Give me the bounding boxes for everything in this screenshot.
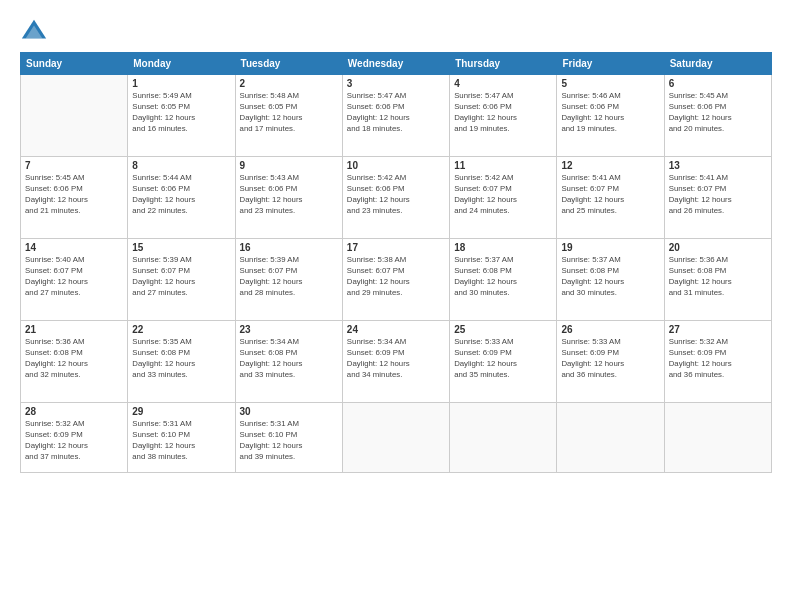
day-number: 1 bbox=[132, 78, 230, 89]
day-info: Sunrise: 5:33 AMSunset: 6:09 PMDaylight:… bbox=[454, 337, 552, 381]
calendar-header-thursday: Thursday bbox=[450, 53, 557, 75]
day-info: Sunrise: 5:34 AMSunset: 6:09 PMDaylight:… bbox=[347, 337, 445, 381]
day-info: Sunrise: 5:44 AMSunset: 6:06 PMDaylight:… bbox=[132, 173, 230, 217]
day-number: 16 bbox=[240, 242, 338, 253]
day-info: Sunrise: 5:41 AMSunset: 6:07 PMDaylight:… bbox=[561, 173, 659, 217]
day-number: 28 bbox=[25, 406, 123, 417]
day-info: Sunrise: 5:42 AMSunset: 6:06 PMDaylight:… bbox=[347, 173, 445, 217]
calendar-cell bbox=[664, 403, 771, 473]
day-info: Sunrise: 5:39 AMSunset: 6:07 PMDaylight:… bbox=[132, 255, 230, 299]
day-number: 18 bbox=[454, 242, 552, 253]
day-number: 14 bbox=[25, 242, 123, 253]
calendar-cell: 23Sunrise: 5:34 AMSunset: 6:08 PMDayligh… bbox=[235, 321, 342, 403]
calendar-cell: 13Sunrise: 5:41 AMSunset: 6:07 PMDayligh… bbox=[664, 157, 771, 239]
calendar-cell: 16Sunrise: 5:39 AMSunset: 6:07 PMDayligh… bbox=[235, 239, 342, 321]
day-number: 27 bbox=[669, 324, 767, 335]
calendar-cell: 6Sunrise: 5:45 AMSunset: 6:06 PMDaylight… bbox=[664, 75, 771, 157]
day-info: Sunrise: 5:34 AMSunset: 6:08 PMDaylight:… bbox=[240, 337, 338, 381]
day-number: 3 bbox=[347, 78, 445, 89]
day-info: Sunrise: 5:32 AMSunset: 6:09 PMDaylight:… bbox=[25, 419, 123, 463]
calendar-cell: 26Sunrise: 5:33 AMSunset: 6:09 PMDayligh… bbox=[557, 321, 664, 403]
page: SundayMondayTuesdayWednesdayThursdayFrid… bbox=[0, 0, 792, 612]
day-info: Sunrise: 5:32 AMSunset: 6:09 PMDaylight:… bbox=[669, 337, 767, 381]
header bbox=[20, 18, 772, 46]
day-info: Sunrise: 5:33 AMSunset: 6:09 PMDaylight:… bbox=[561, 337, 659, 381]
day-info: Sunrise: 5:36 AMSunset: 6:08 PMDaylight:… bbox=[25, 337, 123, 381]
calendar-cell: 1Sunrise: 5:49 AMSunset: 6:05 PMDaylight… bbox=[128, 75, 235, 157]
calendar-cell: 8Sunrise: 5:44 AMSunset: 6:06 PMDaylight… bbox=[128, 157, 235, 239]
logo bbox=[20, 18, 52, 46]
day-number: 12 bbox=[561, 160, 659, 171]
calendar-header-sunday: Sunday bbox=[21, 53, 128, 75]
day-info: Sunrise: 5:39 AMSunset: 6:07 PMDaylight:… bbox=[240, 255, 338, 299]
day-number: 5 bbox=[561, 78, 659, 89]
calendar-header-saturday: Saturday bbox=[664, 53, 771, 75]
calendar-cell: 3Sunrise: 5:47 AMSunset: 6:06 PMDaylight… bbox=[342, 75, 449, 157]
day-info: Sunrise: 5:42 AMSunset: 6:07 PMDaylight:… bbox=[454, 173, 552, 217]
day-number: 30 bbox=[240, 406, 338, 417]
calendar-cell: 24Sunrise: 5:34 AMSunset: 6:09 PMDayligh… bbox=[342, 321, 449, 403]
calendar-week-row: 21Sunrise: 5:36 AMSunset: 6:08 PMDayligh… bbox=[21, 321, 772, 403]
day-number: 10 bbox=[347, 160, 445, 171]
day-number: 22 bbox=[132, 324, 230, 335]
day-number: 26 bbox=[561, 324, 659, 335]
day-number: 8 bbox=[132, 160, 230, 171]
day-number: 7 bbox=[25, 160, 123, 171]
day-number: 24 bbox=[347, 324, 445, 335]
calendar-cell: 2Sunrise: 5:48 AMSunset: 6:05 PMDaylight… bbox=[235, 75, 342, 157]
calendar-cell bbox=[21, 75, 128, 157]
calendar-cell: 22Sunrise: 5:35 AMSunset: 6:08 PMDayligh… bbox=[128, 321, 235, 403]
day-info: Sunrise: 5:35 AMSunset: 6:08 PMDaylight:… bbox=[132, 337, 230, 381]
day-number: 29 bbox=[132, 406, 230, 417]
day-info: Sunrise: 5:40 AMSunset: 6:07 PMDaylight:… bbox=[25, 255, 123, 299]
day-number: 19 bbox=[561, 242, 659, 253]
day-info: Sunrise: 5:43 AMSunset: 6:06 PMDaylight:… bbox=[240, 173, 338, 217]
calendar-cell: 9Sunrise: 5:43 AMSunset: 6:06 PMDaylight… bbox=[235, 157, 342, 239]
day-number: 20 bbox=[669, 242, 767, 253]
calendar-week-row: 28Sunrise: 5:32 AMSunset: 6:09 PMDayligh… bbox=[21, 403, 772, 473]
day-number: 13 bbox=[669, 160, 767, 171]
calendar-cell: 5Sunrise: 5:46 AMSunset: 6:06 PMDaylight… bbox=[557, 75, 664, 157]
day-number: 23 bbox=[240, 324, 338, 335]
calendar-cell: 10Sunrise: 5:42 AMSunset: 6:06 PMDayligh… bbox=[342, 157, 449, 239]
calendar-header-friday: Friday bbox=[557, 53, 664, 75]
calendar-week-row: 14Sunrise: 5:40 AMSunset: 6:07 PMDayligh… bbox=[21, 239, 772, 321]
day-info: Sunrise: 5:37 AMSunset: 6:08 PMDaylight:… bbox=[561, 255, 659, 299]
calendar-cell bbox=[450, 403, 557, 473]
calendar-header-monday: Monday bbox=[128, 53, 235, 75]
day-number: 2 bbox=[240, 78, 338, 89]
day-number: 11 bbox=[454, 160, 552, 171]
calendar-cell: 7Sunrise: 5:45 AMSunset: 6:06 PMDaylight… bbox=[21, 157, 128, 239]
day-number: 25 bbox=[454, 324, 552, 335]
calendar-cell: 15Sunrise: 5:39 AMSunset: 6:07 PMDayligh… bbox=[128, 239, 235, 321]
day-number: 9 bbox=[240, 160, 338, 171]
calendar-header-wednesday: Wednesday bbox=[342, 53, 449, 75]
logo-icon bbox=[20, 18, 48, 46]
calendar-cell: 29Sunrise: 5:31 AMSunset: 6:10 PMDayligh… bbox=[128, 403, 235, 473]
day-info: Sunrise: 5:31 AMSunset: 6:10 PMDaylight:… bbox=[132, 419, 230, 463]
day-info: Sunrise: 5:38 AMSunset: 6:07 PMDaylight:… bbox=[347, 255, 445, 299]
calendar-cell: 25Sunrise: 5:33 AMSunset: 6:09 PMDayligh… bbox=[450, 321, 557, 403]
calendar-cell bbox=[342, 403, 449, 473]
day-info: Sunrise: 5:45 AMSunset: 6:06 PMDaylight:… bbox=[25, 173, 123, 217]
day-info: Sunrise: 5:47 AMSunset: 6:06 PMDaylight:… bbox=[347, 91, 445, 135]
calendar-cell: 19Sunrise: 5:37 AMSunset: 6:08 PMDayligh… bbox=[557, 239, 664, 321]
day-number: 17 bbox=[347, 242, 445, 253]
day-info: Sunrise: 5:47 AMSunset: 6:06 PMDaylight:… bbox=[454, 91, 552, 135]
calendar-header-row: SundayMondayTuesdayWednesdayThursdayFrid… bbox=[21, 53, 772, 75]
day-info: Sunrise: 5:36 AMSunset: 6:08 PMDaylight:… bbox=[669, 255, 767, 299]
day-info: Sunrise: 5:41 AMSunset: 6:07 PMDaylight:… bbox=[669, 173, 767, 217]
calendar-cell: 11Sunrise: 5:42 AMSunset: 6:07 PMDayligh… bbox=[450, 157, 557, 239]
day-info: Sunrise: 5:48 AMSunset: 6:05 PMDaylight:… bbox=[240, 91, 338, 135]
calendar-cell: 21Sunrise: 5:36 AMSunset: 6:08 PMDayligh… bbox=[21, 321, 128, 403]
calendar-cell: 30Sunrise: 5:31 AMSunset: 6:10 PMDayligh… bbox=[235, 403, 342, 473]
day-info: Sunrise: 5:37 AMSunset: 6:08 PMDaylight:… bbox=[454, 255, 552, 299]
calendar: SundayMondayTuesdayWednesdayThursdayFrid… bbox=[20, 52, 772, 473]
calendar-cell: 27Sunrise: 5:32 AMSunset: 6:09 PMDayligh… bbox=[664, 321, 771, 403]
calendar-header-tuesday: Tuesday bbox=[235, 53, 342, 75]
calendar-cell: 17Sunrise: 5:38 AMSunset: 6:07 PMDayligh… bbox=[342, 239, 449, 321]
day-number: 4 bbox=[454, 78, 552, 89]
day-info: Sunrise: 5:45 AMSunset: 6:06 PMDaylight:… bbox=[669, 91, 767, 135]
calendar-cell bbox=[557, 403, 664, 473]
calendar-week-row: 1Sunrise: 5:49 AMSunset: 6:05 PMDaylight… bbox=[21, 75, 772, 157]
